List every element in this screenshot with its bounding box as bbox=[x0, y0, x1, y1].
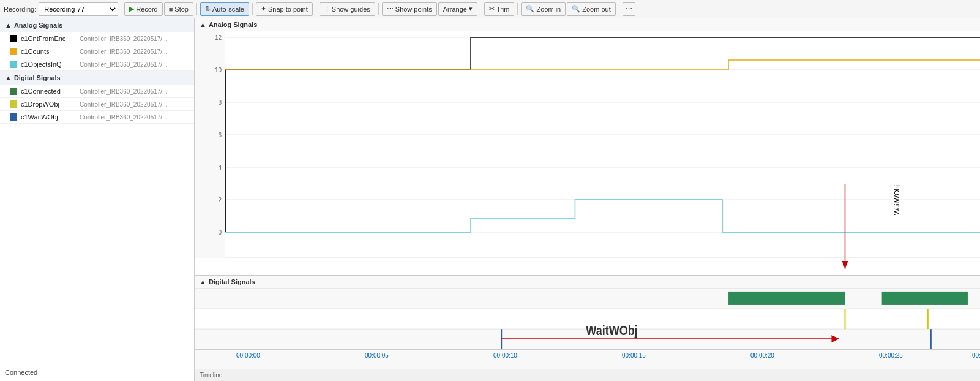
recording-select[interactable]: Recording-77 bbox=[39, 2, 118, 16]
svg-text:8: 8 bbox=[219, 99, 222, 106]
zoom-out-icon: 🔍 bbox=[572, 5, 580, 13]
signal-row-c1waitwobj[interactable]: c1WaitWObj Controller_IRB360_20220517/..… bbox=[0, 111, 194, 124]
svg-text:WaitWObj: WaitWObj bbox=[586, 323, 637, 338]
svg-text:4: 4 bbox=[219, 164, 222, 171]
time-label-15: 00:00:15 bbox=[622, 352, 646, 359]
timeline-footer-label: Timeline bbox=[200, 372, 222, 379]
signal-row-c1dropwobj[interactable]: c1DropWObj Controller_IRB360_20220517/..… bbox=[0, 98, 194, 111]
zoom-in-icon: 🔍 bbox=[526, 5, 534, 13]
analog-signals-header: ▲ Analog Signals bbox=[0, 18, 194, 32]
analog-collapse-icon[interactable]: ▲ bbox=[5, 21, 12, 29]
stop-button[interactable]: ■ Stop bbox=[164, 2, 193, 16]
color-box-yellow bbox=[10, 100, 17, 108]
color-box-cyan bbox=[10, 61, 17, 68]
right-panel: ▲ Analog Signals 12 10 bbox=[195, 18, 980, 381]
time-label-20: 00:00:20 bbox=[750, 352, 774, 359]
signal-row-c1objectsinq[interactable]: c1ObjectsInQ Controller_IRB360_20220517/… bbox=[0, 58, 194, 71]
analog-chart-section: ▲ Analog Signals 12 10 bbox=[195, 18, 980, 276]
analog-chart-header: ▲ Analog Signals bbox=[195, 18, 980, 31]
snap-to-point-button[interactable]: ✦ Snap to point bbox=[256, 2, 313, 16]
recording-label: Recording: bbox=[4, 6, 36, 13]
svg-text:2: 2 bbox=[219, 197, 222, 203]
digital-section-collapse-icon[interactable]: ▲ bbox=[200, 278, 206, 285]
show-points-button[interactable]: ⋯ Show points bbox=[382, 2, 437, 16]
digital-chart-header: ▲ Digital Signals bbox=[195, 276, 980, 289]
time-label-0: 00:00:00 bbox=[236, 352, 260, 359]
digital-chart-section: ▲ Digital Signals bbox=[195, 276, 980, 349]
stop-icon: ■ bbox=[169, 6, 173, 13]
timeline-bar: 00:00:00 00:00:05 00:00:10 00:00:15 00:0… bbox=[195, 349, 980, 369]
digital-collapse-icon[interactable]: ▲ bbox=[5, 74, 12, 81]
signal-row-c1counts[interactable]: c1Counts Controller_IRB360_20220517/... bbox=[0, 45, 194, 58]
analog-section-collapse-icon[interactable]: ▲ bbox=[200, 21, 206, 28]
time-label-10: 00:00:10 bbox=[493, 352, 517, 359]
svg-text:12: 12 bbox=[215, 34, 222, 41]
play-icon: ▶ bbox=[129, 5, 134, 13]
auto-scale-icon: ⇅ bbox=[205, 5, 211, 13]
digital-signals-header: ▲ Digital Signals bbox=[0, 71, 194, 85]
color-box-blue bbox=[10, 113, 17, 121]
auto-scale-button[interactable]: ⇅ Auto-scale bbox=[200, 2, 249, 16]
more-options-button[interactable]: ⋯ bbox=[623, 2, 635, 16]
status-bar: Timeline bbox=[195, 369, 980, 381]
svg-text:0: 0 bbox=[219, 229, 222, 236]
signal-row-c1cntfromenc[interactable]: c1CntFromEnc Controller_IRB360_20220517/… bbox=[0, 32, 194, 45]
svg-text:WaitWObj: WaitWObj bbox=[893, 185, 900, 215]
svg-text:10: 10 bbox=[215, 67, 222, 74]
record-button[interactable]: ▶ Record bbox=[124, 2, 162, 16]
signal-row-c1connected[interactable]: c1Connected Controller_IRB360_20220517/.… bbox=[0, 85, 194, 98]
color-box-green bbox=[10, 88, 17, 95]
arrange-chevron-icon: ▾ bbox=[469, 5, 473, 13]
arrange-button[interactable]: Arrange ▾ bbox=[438, 2, 477, 16]
connected-status: Connected bbox=[0, 364, 194, 381]
analog-chart-svg: 12 10 8 6 4 2 0 WaitWObj bbox=[195, 31, 980, 270]
show-guides-button[interactable]: ⊹ Show guides bbox=[320, 2, 375, 16]
left-panel: ▲ Analog Signals c1CntFromEnc Controller… bbox=[0, 18, 195, 381]
svg-rect-26 bbox=[728, 292, 845, 305]
zoom-in-button[interactable]: 🔍 Zoom in bbox=[521, 2, 566, 16]
svg-rect-1 bbox=[195, 31, 225, 258]
trim-button[interactable]: ✂ Trim bbox=[484, 2, 515, 16]
time-label-30: 00:00:30 bbox=[972, 352, 980, 359]
trim-icon: ✂ bbox=[489, 5, 495, 13]
svg-text:6: 6 bbox=[219, 132, 222, 138]
digital-chart-svg: WaitWObj bbox=[195, 289, 980, 349]
color-box-orange bbox=[10, 48, 17, 55]
svg-rect-0 bbox=[195, 31, 980, 270]
points-icon: ⋯ bbox=[387, 5, 394, 13]
toolbar: Recording: Recording-77 ▶ Record ■ Stop … bbox=[0, 0, 980, 18]
main-area: ▲ Analog Signals c1CntFromEnc Controller… bbox=[0, 18, 980, 381]
guides-icon: ⊹ bbox=[324, 5, 330, 13]
snap-icon: ✦ bbox=[261, 5, 266, 13]
time-label-25: 00:00:25 bbox=[879, 352, 903, 359]
time-label-5: 00:00:05 bbox=[365, 352, 389, 359]
svg-rect-27 bbox=[882, 292, 968, 305]
zoom-out-button[interactable]: 🔍 Zoom out bbox=[567, 2, 615, 16]
svg-rect-21 bbox=[195, 289, 980, 309]
color-box-black bbox=[10, 35, 17, 42]
